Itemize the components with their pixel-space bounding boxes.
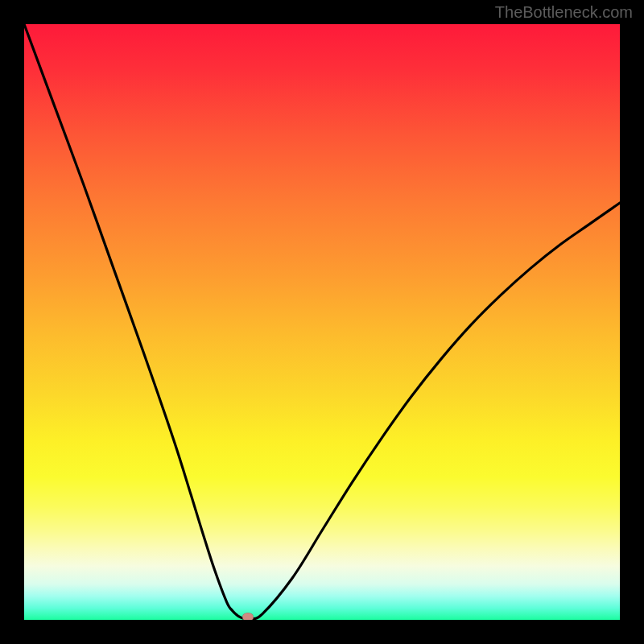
curve-line [24,24,620,619]
curve-svg [24,24,620,620]
plot-area [24,24,620,620]
optimum-marker [242,613,254,620]
watermark-text: TheBottleneck.com [495,3,633,22]
